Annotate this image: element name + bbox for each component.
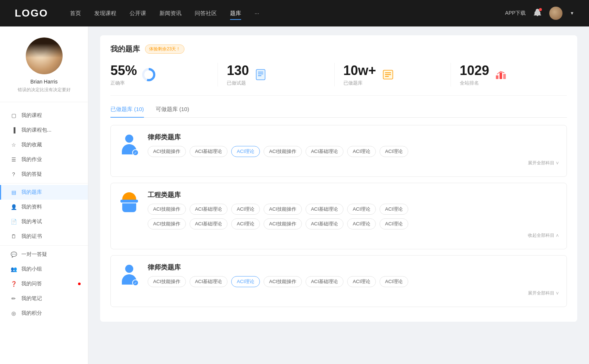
app-download-button[interactable]: APP下载 [505,10,526,17]
collapse-link-2[interactable]: 收起全部科目 ∧ [148,229,559,239]
sidebar-item-points[interactable]: ◎ 我的积分 [0,306,88,321]
stat-done-banks-content: 10w+ 已做题库 [343,63,376,86]
tag-2-9[interactable]: ACI理论 [231,218,260,229]
lawyer-icon-1: ✓ [118,133,140,158]
person-head-1 [125,135,133,143]
tag-3-5[interactable]: ACI理论 [347,276,376,287]
group-icon: 👥 [10,266,17,272]
sidebar-item-courses[interactable]: ▢ 我的课程 [0,108,88,123]
nav-more[interactable]: ··· [254,8,259,18]
tag-3-0[interactable]: ACI技能操作 [148,276,186,287]
tag-2-10[interactable]: ACI技能操作 [264,218,302,229]
sidebar-menu: ▢ 我的课程 ▐ 我的课程包... ☆ 我的收藏 ☰ 我的作业 ? 我的答疑 ▤ [0,102,88,326]
stat-done-banks-number: 10w+ [343,63,376,78]
done-banks-icon [381,68,395,81]
tags-row-2-1: ACI技能操作 ACI基础理论 ACI理论 ACI技能操作 ACI基础理论 AC… [148,204,559,215]
svg-rect-10 [503,74,506,79]
sidebar-item-qa[interactable]: ? 我的答疑 [0,167,88,182]
tag-3-4[interactable]: ACI基础理论 [306,276,344,287]
stat-done-questions-content: 130 已做试题 [227,63,249,86]
course-packages-icon: ▐ [10,127,17,133]
stat-accuracy-number: 55% [110,63,137,78]
homework-icon: ☰ [10,156,17,163]
tab-available-banks[interactable]: 可做题库 (10) [156,106,189,117]
navbar-links: 首页 发现课程 公开课 新闻资讯 问答社区 题库 ··· [70,8,505,18]
bank-section-3-tags: 律师类题库 ACI技能操作 ACI基础理论 ACI理论 ACI技能操作 ACI基… [148,263,559,296]
bank-section-lawyer-1: ✓ 律师类题库 ACI技能操作 ACI基础理论 ACI理论 ACI技能操作 AC… [110,125,567,177]
sidebar-item-notes[interactable]: ✏ 我的笔记 [0,291,88,306]
avatar-image [26,38,63,74]
bank-section-1-header: ✓ 律师类题库 ACI技能操作 ACI基础理论 ACI理论 ACI技能操作 AC… [118,133,559,166]
tag-2-6[interactable]: ACI理论 [380,204,408,215]
nav-news[interactable]: 新闻资讯 [159,8,181,18]
bank-section-2-title: 工程类题库 [148,190,559,199]
bank-section-3-title: 律师类题库 [148,263,559,272]
lawyer-icon-2: ✓ [118,263,140,289]
tag-2-4[interactable]: ACI基础理论 [306,204,344,215]
tag-1-3[interactable]: ACI技能操作 [264,146,302,157]
sidebar-item-favorites[interactable]: ☆ 我的收藏 [0,138,88,152]
sidebar-item-exam[interactable]: 📄 我的考试 [0,214,88,229]
tags-row-1: ACI技能操作 ACI基础理论 ACI理论 ACI技能操作 ACI基础理论 AC… [148,146,559,157]
stat-done-banks-label: 已做题库 [343,80,376,86]
done-questions-icon [254,68,267,81]
tag-2-0[interactable]: ACI技能操作 [148,204,186,215]
tag-1-4[interactable]: ACI基础理论 [306,146,344,157]
sidebar-item-certificate[interactable]: 🗒 我的证书 [0,229,88,244]
sidebar-item-course-packages[interactable]: ▐ 我的课程包... [0,123,88,138]
tag-2-2[interactable]: ACI理论 [231,204,260,215]
tag-2-8[interactable]: ACI基础理论 [190,218,228,229]
tag-3-3[interactable]: ACI技能操作 [264,276,302,287]
tag-1-0[interactable]: ACI技能操作 [148,146,186,157]
sidebar-item-1on1[interactable]: 💬 一对一答疑 [0,247,88,262]
user-chevron-icon[interactable]: ▼ [570,11,574,16]
tag-2-12[interactable]: ACI理论 [347,218,376,229]
tags-row-3: ACI技能操作 ACI基础理论 ACI理论 ACI技能操作 ACI基础理论 AC… [148,276,559,287]
tag-2-7[interactable]: ACI技能操作 [148,218,186,229]
tabs: 已做题库 (10) 可做题库 (10) [110,106,567,118]
nav-qa[interactable]: 问答社区 [195,8,217,18]
sidebar-item-profile[interactable]: 👤 我的资料 [0,200,88,214]
person-check-1: ✓ [132,149,139,156]
tab-done-banks[interactable]: 已做题库 (10) [110,106,144,117]
stat-done-questions-label: 已做试题 [227,80,249,86]
engineer-icon [118,190,140,216]
nav-questions[interactable]: 题库 [230,8,241,18]
tag-2-5[interactable]: ACI理论 [347,204,376,215]
stat-done-questions: 130 已做试题 [218,63,334,86]
bank-section-lawyer-2: ✓ 律师类题库 ACI技能操作 ACI基础理论 ACI理论 ACI技能操作 AC… [110,255,567,307]
tag-2-1[interactable]: ACI基础理论 [190,204,228,215]
sidebar-item-question-bank[interactable]: ▤ 我的题库 [0,185,88,200]
accuracy-pie-chart [142,68,155,81]
tag-3-1[interactable]: ACI基础理论 [190,276,228,287]
helmet-body [122,203,136,212]
tag-1-1[interactable]: ACI基础理论 [190,146,228,157]
bank-section-1-title: 律师类题库 [148,133,559,142]
nav-discover[interactable]: 发现课程 [94,8,116,18]
tag-1-2[interactable]: ACI理论 [231,146,260,157]
notification-bell[interactable] [533,8,542,18]
tag-1-6[interactable]: ACI理论 [380,146,408,157]
sidebar-item-homework[interactable]: ☰ 我的作业 [0,152,88,167]
tag-2-3[interactable]: ACI技能操作 [264,204,302,215]
helmet-brim [120,200,138,203]
tag-3-6[interactable]: ACI理论 [380,276,408,287]
bank-section-engineer: 工程类题库 ACI技能操作 ACI基础理论 ACI理论 ACI技能操作 ACI基… [110,183,567,249]
tag-2-13[interactable]: ACI理论 [380,218,408,229]
tag-1-5[interactable]: ACI理论 [347,146,376,157]
nav-home[interactable]: 首页 [70,8,81,18]
sidebar: Brian Harris 错误的决定比没有决定要好 ▢ 我的课程 ▐ 我的课程包… [0,26,88,364]
user-avatar[interactable] [549,7,562,20]
sidebar-item-group[interactable]: 👥 我的小组 [0,262,88,276]
tag-3-2[interactable]: ACI理论 [231,276,260,287]
logo[interactable]: LOGO [15,7,48,19]
qa-icon: ? [10,171,17,178]
notes-icon: ✏ [10,295,17,302]
stats-row: 55% 正确率 130 已做试题 [110,63,567,96]
expand-link-1[interactable]: 展开全部科目 ∨ [148,157,559,166]
sidebar-item-my-qa[interactable]: ❓ 我的问答 [0,276,88,291]
tag-2-11[interactable]: ACI基础理论 [306,218,344,229]
expand-link-3[interactable]: 展开全部科目 ∨ [148,287,559,296]
nav-open-course[interactable]: 公开课 [130,8,146,18]
my-qa-icon: ❓ [10,281,17,287]
